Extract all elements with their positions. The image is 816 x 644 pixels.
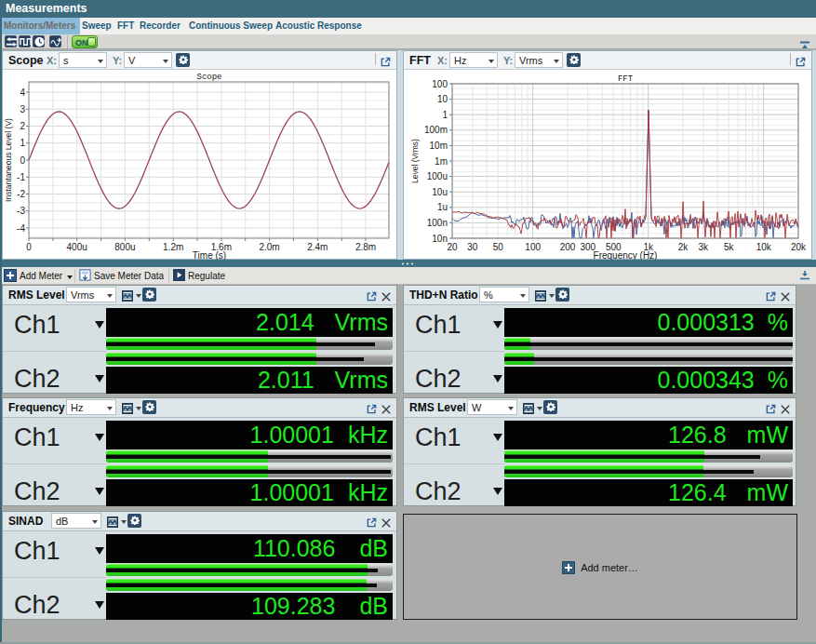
svg-text:-3: -3 <box>17 206 25 216</box>
svg-text:200: 200 <box>560 242 576 252</box>
svg-text:0: 0 <box>26 242 32 252</box>
svg-text:FFT: FFT <box>618 74 634 84</box>
svg-text:-1: -1 <box>17 172 25 182</box>
svg-text:10k: 10k <box>756 242 772 252</box>
svg-text:50: 50 <box>493 242 504 252</box>
svg-text:10m: 10m <box>430 141 448 151</box>
svg-text:4: 4 <box>20 87 25 98</box>
svg-text:800u: 800u <box>114 242 135 252</box>
svg-text:2.0m: 2.0m <box>259 242 279 252</box>
svg-text:100: 100 <box>525 242 541 252</box>
svg-text:100n: 100n <box>427 218 448 228</box>
svg-text:2.4m: 2.4m <box>307 242 328 252</box>
svg-text:10u: 10u <box>432 187 448 197</box>
svg-text:3: 3 <box>20 104 25 114</box>
svg-text:0: 0 <box>20 155 25 166</box>
svg-text:2: 2 <box>20 121 25 131</box>
svg-text:100u: 100u <box>427 171 448 181</box>
svg-text:10n: 10n <box>432 234 448 244</box>
svg-text:30: 30 <box>467 242 478 252</box>
svg-text:5k: 5k <box>724 242 735 252</box>
svg-text:2.8m: 2.8m <box>355 242 376 252</box>
svg-text:1u: 1u <box>437 202 448 212</box>
svg-text:400u: 400u <box>67 242 87 252</box>
svg-text:Level (Vrms): Level (Vrms) <box>410 139 420 183</box>
svg-text:1: 1 <box>20 138 25 148</box>
svg-text:3k: 3k <box>699 242 710 252</box>
svg-text:10: 10 <box>437 94 448 104</box>
svg-text:-2: -2 <box>17 189 25 199</box>
svg-text:100: 100 <box>432 79 448 89</box>
svg-text:1m: 1m <box>435 156 448 167</box>
svg-text:2k: 2k <box>678 242 689 252</box>
svg-text:20: 20 <box>447 242 458 252</box>
svg-text:100m: 100m <box>424 125 448 135</box>
svg-text:-4: -4 <box>17 223 25 234</box>
svg-text:Instantaneous Level (V): Instantaneous Level (V) <box>4 118 13 202</box>
svg-text:1: 1 <box>442 110 448 120</box>
svg-text:Scope: Scope <box>196 73 221 82</box>
svg-text:1.2m: 1.2m <box>163 242 183 252</box>
svg-text:20k: 20k <box>791 242 807 252</box>
